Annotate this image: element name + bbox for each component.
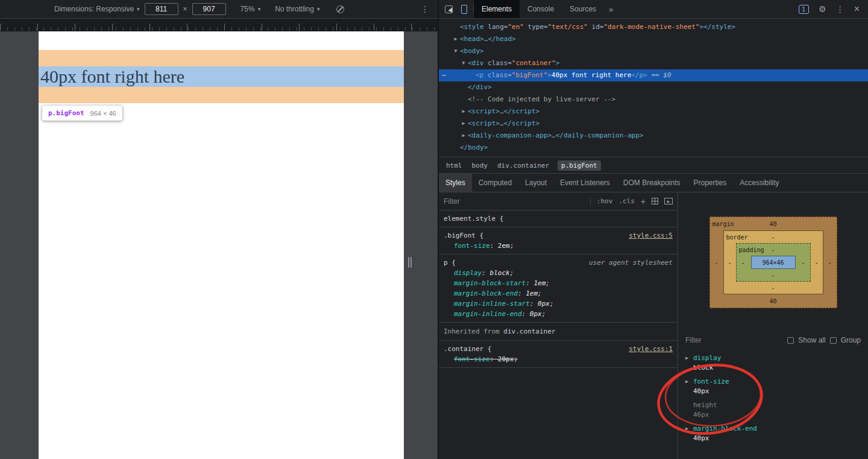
css-selector[interactable]: p [444,258,456,268]
css-property[interactable]: display: block; [444,268,673,278]
css-rule: puser agent stylesheetdisplay: block;mar… [439,255,678,323]
group-checkbox[interactable] [830,337,837,344]
throttling-select[interactable]: No throttling ▾ [275,5,319,13]
expand-arrow-icon[interactable]: ▶ [460,118,467,130]
close-icon[interactable]: × [854,4,860,14]
styles-filter-input[interactable] [444,197,584,206]
computed-property-row[interactable]: ▶font-size40px [678,375,868,399]
breadcrumb-item[interactable]: div.container [496,160,550,171]
toggle-hover-state-button[interactable]: :hov [597,197,613,205]
breadcrumb-item[interactable]: p.bigFont [558,160,601,171]
collapse-arrow-icon[interactable]: ▼ [460,57,467,69]
code-token: </head> [488,35,515,43]
expand-arrow-icon[interactable]: ▶ [452,33,459,45]
box-model-border[interactable]: border - - padding - - [723,230,823,294]
css-property[interactable]: margin-inline-start: 0px; [444,299,673,309]
tab-dom-breakpoints[interactable]: DOM Breakpoints [617,174,687,192]
padding-top-value: - [771,247,775,253]
breadcrumb-item[interactable]: html [445,160,464,171]
computed-filter-input[interactable] [685,336,783,344]
tree-line[interactable]: ▶<script>…</script> [439,106,868,118]
border-bottom-value: - [771,285,775,291]
css-selector[interactable]: .container [444,344,491,354]
inspect-element-icon[interactable] [445,5,453,13]
tree-line[interactable]: ▼<body> [439,45,868,57]
tab-accessibility[interactable]: Accessibility [733,174,785,192]
tab-sources[interactable]: Sources [562,0,604,18]
tree-line[interactable]: </body> [439,142,868,154]
code-token: ></style> [699,23,735,31]
tab-properties[interactable]: Properties [687,174,734,192]
stylesheet-link[interactable]: style.css:1 [623,344,673,354]
expand-arrow-icon[interactable]: ▶ [460,130,467,142]
dimensions-select[interactable]: Dimensions: Responsive ▾ [54,5,140,13]
page-paragraph-text: 40px font right here [39,68,184,86]
css-rule-header: .bigFontstyle.css:5 [444,230,673,241]
code-token: type= [524,23,548,31]
stylesheet-link[interactable]: style.css:5 [623,230,673,241]
collapse-arrow-icon[interactable]: ▼ [452,45,459,57]
tree-line[interactable]: ▼<div class="container"> [439,57,868,69]
expand-arrow-icon[interactable]: ▶ [685,426,691,431]
page-viewport[interactable]: 40px font right here p.bigFont 964 × 46 [39,31,404,459]
breadcrumb-item[interactable]: body [471,160,489,171]
new-style-rule-button[interactable]: + [641,197,646,206]
gear-icon[interactable]: ⚙ [819,4,826,14]
device-toolbar-menu-icon[interactable]: ⋮ [421,4,429,14]
box-model-padding[interactable]: padding - - 964×46 - - [736,243,811,282]
tree-line[interactable]: ⋯<p class="bigFont">40px font right here… [439,69,868,81]
expand-arrow-icon[interactable]: ▶ [685,379,691,384]
code-token: </script> [504,107,540,115]
devtools-menu-icon[interactable]: ⋮ [836,4,844,14]
console-messages-icon[interactable]: 1 [799,5,810,14]
expand-arrow-icon[interactable]: ▶ [460,106,467,118]
tree-line[interactable]: ▶<script>…</script> [439,118,868,130]
tab-styles[interactable]: Styles [439,174,472,192]
box-model-margin[interactable]: margin 40 - border - - [709,217,837,308]
tree-line[interactable]: <style lang="en" type="text/css" id="dar… [439,21,868,33]
viewport-width-input[interactable] [145,3,178,15]
code-token: … [500,107,504,115]
css-property[interactable]: margin-inline-end: 0px; [444,309,673,319]
tree-line[interactable]: </div> [439,81,868,93]
divider [590,197,591,206]
css-property[interactable]: margin-block-end: 1em; [444,288,673,299]
stylesheet-link[interactable]: user agent stylesheet [583,258,673,268]
tab-console[interactable]: Console [520,0,562,18]
tab-elements[interactable]: Elements [474,0,520,18]
tree-line[interactable]: <!-- Code injected by live-server --> [439,93,868,106]
css-property[interactable]: font-size: 20px; [444,354,673,364]
device-toolbar-toggle-icon[interactable] [461,5,467,14]
margin-top-value: 40 [769,221,776,227]
inherited-from-link[interactable]: div.container [503,328,555,335]
show-all-checkbox[interactable] [787,337,794,344]
viewport-height-input[interactable] [192,3,226,15]
box-model-content[interactable]: 964×46 [751,256,796,269]
computed-sidebar-toggle-icon[interactable]: ▶ [664,198,673,204]
css-selector[interactable]: element.style [444,214,503,224]
tree-line[interactable]: ▶<head>…</head> [439,33,868,45]
viewport-resize-handle[interactable] [408,257,412,268]
more-tabs-icon[interactable]: » [604,5,618,14]
css-rule-header: element.style [444,214,673,224]
tree-line[interactable]: ▶<daily-companion-app>…</daily-companion… [439,130,868,142]
tab-event-listeners[interactable]: Event Listeners [553,174,617,192]
overflow-gutter-icon[interactable]: ⋯ [442,69,446,81]
group-label: Group [841,336,861,344]
tab-layout[interactable]: Layout [518,174,553,192]
grid-overlay-icon[interactable] [652,198,658,204]
computed-property-row[interactable]: ▶margin-block-end40px [678,422,868,446]
css-property-value: 0px [530,310,542,318]
css-selector[interactable]: .bigFont [444,230,483,241]
css-property[interactable]: font-size: 2em; [444,241,673,251]
toggle-class-button[interactable]: .cls [618,197,635,205]
computed-property-row[interactable]: ▶displayblock [678,352,868,375]
code-token: … [500,119,504,127]
zoom-select[interactable]: 75% ▾ [241,5,261,13]
block-requests-icon[interactable] [336,5,344,13]
code-token: </p> [631,71,647,79]
tab-computed[interactable]: Computed [472,174,518,192]
expand-arrow-icon[interactable]: ▶ [685,355,691,361]
computed-property-row[interactable]: height46px [678,399,868,422]
css-property[interactable]: margin-block-start: 1em; [444,278,673,288]
